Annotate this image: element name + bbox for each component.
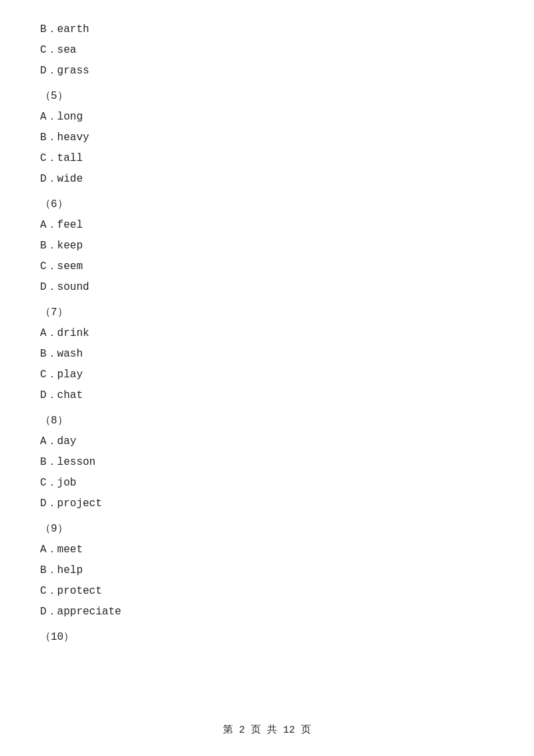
answer-line-q7: （7） — [40, 303, 494, 323]
answer-line-b-earth: B．earth — [40, 20, 494, 39]
answer-line-b-wash: B．wash — [40, 345, 494, 364]
answer-line-d-project: D．project — [40, 494, 494, 514]
answer-line-a-day: A．day — [40, 432, 494, 451]
answer-line-c-seem: C．seem — [40, 257, 494, 276]
answer-line-d-chat: D．chat — [40, 386, 494, 405]
answer-line-a-feel: A．feel — [40, 216, 494, 235]
answer-line-c-protect: C．protect — [40, 582, 494, 601]
answer-line-c-sea: C．sea — [40, 41, 494, 60]
answer-line-a-long: A．long — [40, 108, 494, 127]
answer-line-c-play: C．play — [40, 365, 494, 385]
answer-line-q10: （10） — [40, 628, 494, 647]
page-footer: 第 2 页 共 12 页 — [0, 723, 534, 736]
answer-line-d-grass: D．grass — [40, 61, 494, 81]
answer-line-b-lesson: B．lesson — [40, 453, 494, 472]
answer-line-a-drink: A．drink — [40, 324, 494, 343]
answer-line-q9: （9） — [40, 520, 494, 539]
answer-line-d-sound: D．sound — [40, 278, 494, 297]
answer-line-b-heavy: B．heavy — [40, 128, 494, 148]
answer-line-d-appreciate: D．appreciate — [40, 602, 494, 622]
answer-line-c-tall: C．tall — [40, 149, 494, 168]
answer-line-c-job: C．job — [40, 474, 494, 493]
footer-text: 第 2 页 共 12 页 — [223, 725, 311, 736]
answer-line-a-meet: A．meet — [40, 540, 494, 560]
answer-line-b-help: B．help — [40, 561, 494, 580]
answer-line-q8: （8） — [40, 411, 494, 431]
answer-line-q5: （5） — [40, 87, 494, 106]
main-content: B．earthC．seaD．grass（5）A．longB．heavyC．tal… — [0, 0, 534, 689]
answer-line-b-keep: B．keep — [40, 236, 494, 256]
answer-line-d-wide: D．wide — [40, 170, 494, 189]
answer-line-q6: （6） — [40, 195, 494, 214]
